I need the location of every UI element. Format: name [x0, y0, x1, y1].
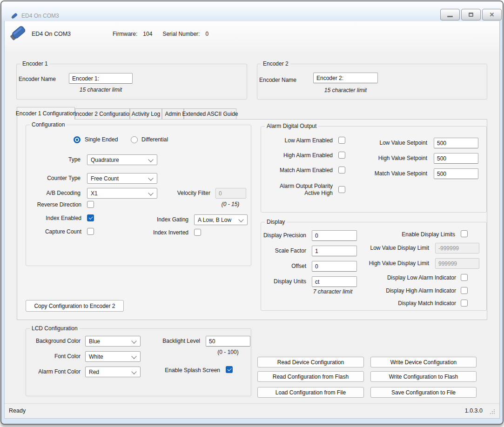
reverse-direction-checkbox[interactable]	[87, 201, 94, 208]
type-select[interactable]: Quadrature	[87, 154, 157, 165]
single-ended-radio[interactable]	[74, 136, 81, 143]
backlight-level-label: Backlight Level	[154, 338, 200, 345]
save-configuration-to-file-button[interactable]: Save Configuration to File	[370, 387, 477, 398]
backlight-level-input[interactable]	[206, 336, 250, 347]
alarm-polarity-label: Alarm Output PolarityActive High	[265, 183, 333, 197]
offset-input[interactable]	[312, 261, 357, 272]
encoder1-name-input[interactable]	[69, 73, 133, 84]
header	[5, 21, 499, 54]
display-match-indicator-label: Display Match Indicator	[372, 300, 456, 307]
tab-encoder1-configuration[interactable]: Encoder 1 Configuration	[17, 107, 75, 120]
encoder1-group-title: Encoder 1	[20, 60, 50, 67]
font-color-value: White	[89, 354, 103, 360]
scale-factor-label: Scale Factor	[261, 247, 306, 254]
close-icon: ✕	[490, 12, 495, 18]
encoder2-name-input[interactable]	[313, 73, 378, 83]
high-alarm-enabled-checkbox[interactable]	[338, 152, 345, 159]
background-color-value: Blue	[89, 338, 100, 345]
tab-activity-log[interactable]: Activity Log	[130, 108, 162, 119]
alarm-polarity-checkbox[interactable]	[338, 186, 345, 193]
enable-splash-label: Enable Splash Screen	[158, 367, 220, 374]
ab-decoding-label: A/B Decoding	[28, 190, 81, 197]
index-enabled-checkbox[interactable]	[87, 214, 94, 221]
font-color-label: Font Color	[28, 353, 81, 360]
low-alarm-enabled-label: Low Alarm Enabled	[265, 137, 333, 144]
velocity-filter-input	[215, 188, 246, 199]
differential-radio[interactable]	[131, 136, 138, 143]
minimize-icon	[447, 16, 453, 17]
single-ended-label: Single Ended	[85, 136, 118, 143]
lcd-configuration-group-title: LCD Configuration	[30, 325, 80, 332]
ab-decoding-value: X1	[91, 190, 98, 197]
read-configuration-from-flash-button[interactable]: Read Configuration from Flash	[257, 371, 364, 382]
alarm-font-color-value: Red	[89, 369, 99, 375]
version-text: 1.0.3.0	[465, 407, 483, 414]
index-inverted-checkbox[interactable]	[194, 229, 201, 236]
chevron-down-icon	[148, 190, 153, 195]
chevron-down-icon	[131, 354, 136, 359]
chevron-down-icon	[131, 338, 136, 343]
tab-extended-ascii-guide[interactable]: Extended ASCII Guide	[184, 108, 236, 119]
low-setpoint-input[interactable]	[434, 138, 478, 148]
load-configuration-from-file-button[interactable]: Load Configuration from File	[257, 387, 364, 398]
resize-grip-icon[interactable]	[489, 409, 495, 415]
capture-count-checkbox[interactable]	[87, 228, 94, 235]
index-inverted-label: Index Inverted	[140, 229, 188, 236]
maximize-icon	[469, 13, 473, 17]
read-device-configuration-button[interactable]: Read Device Configuration	[257, 357, 364, 367]
enable-display-limits-checkbox[interactable]	[461, 230, 468, 237]
font-color-select[interactable]: White	[85, 351, 141, 362]
title-bar[interactable]: ED4 On COM3	[1, 1, 503, 21]
minimize-button[interactable]	[440, 9, 460, 20]
enable-splash-checkbox[interactable]	[226, 366, 233, 373]
display-units-input[interactable]	[312, 276, 357, 287]
display-units-note: 7 character limit	[307, 288, 358, 295]
counter-type-select[interactable]: Free Count	[87, 173, 157, 184]
low-display-limit-input	[435, 243, 479, 254]
chevron-down-icon	[131, 369, 136, 374]
device-title: ED4 On COM3	[32, 31, 71, 37]
low-display-limit-label: Low Value Display Limit	[358, 245, 429, 252]
write-configuration-to-flash-button[interactable]: Write Configuration to Flash	[370, 371, 477, 382]
display-match-indicator-checkbox[interactable]	[461, 300, 468, 307]
match-setpoint-input[interactable]	[434, 168, 478, 179]
low-alarm-enabled-checkbox[interactable]	[338, 137, 345, 144]
display-group-title: Display	[265, 219, 287, 226]
status-bar: Ready 1.0.3.0	[5, 403, 499, 418]
counter-type-label: Counter Type	[28, 175, 81, 182]
close-button[interactable]: ✕	[482, 9, 502, 20]
ab-decoding-select[interactable]: X1	[87, 188, 157, 199]
display-high-indicator-checkbox[interactable]	[461, 287, 468, 294]
velocity-filter-range: (0 - 15)	[212, 201, 249, 207]
tab-encoder2-configuration[interactable]: Encoder 2 Configuration	[75, 108, 130, 119]
write-device-configuration-button[interactable]: Write Device Configuration	[370, 357, 477, 367]
serial-value: 0	[205, 31, 208, 37]
match-alarm-enabled-checkbox[interactable]	[338, 167, 345, 173]
high-alarm-enabled-label: High Alarm Enabled	[265, 152, 333, 159]
background-color-label: Background Color	[28, 338, 81, 345]
counter-type-value: Free Count	[91, 175, 119, 182]
encoder2-name-label: Encoder Name	[259, 77, 296, 84]
status-text: Ready	[9, 407, 26, 414]
type-label: Type	[28, 156, 81, 163]
reverse-direction-label: Reverse Direction	[19, 201, 81, 208]
maximize-button[interactable]	[461, 9, 481, 20]
index-gating-select[interactable]: A Low, B Low	[194, 214, 248, 225]
tab-admin[interactable]: Admin	[162, 108, 184, 119]
copy-configuration-button[interactable]: Copy Configuration to Encoder 2	[26, 300, 124, 312]
enable-display-limits-label: Enable Display Limits	[386, 231, 455, 238]
high-setpoint-label: High Value Setpoint	[358, 155, 427, 162]
display-low-indicator-checkbox[interactable]	[461, 274, 468, 281]
display-precision-input[interactable]	[312, 230, 357, 241]
low-setpoint-label: Low Value Setpoint	[358, 140, 427, 147]
scale-factor-input[interactable]	[312, 246, 357, 256]
chevron-down-icon	[148, 157, 153, 162]
high-display-limit-label: High Value Display Limit	[358, 260, 429, 267]
high-setpoint-input[interactable]	[434, 153, 478, 164]
index-enabled-label: Index Enabled	[19, 215, 81, 222]
window-title: ED4 On COM3	[21, 13, 59, 19]
alarm-font-color-select[interactable]: Red	[85, 367, 141, 377]
match-setpoint-label: Match Value Setpoint	[358, 170, 427, 177]
encoder1-limit-note: 15 character limit	[69, 87, 133, 93]
background-color-select[interactable]: Blue	[85, 336, 141, 347]
